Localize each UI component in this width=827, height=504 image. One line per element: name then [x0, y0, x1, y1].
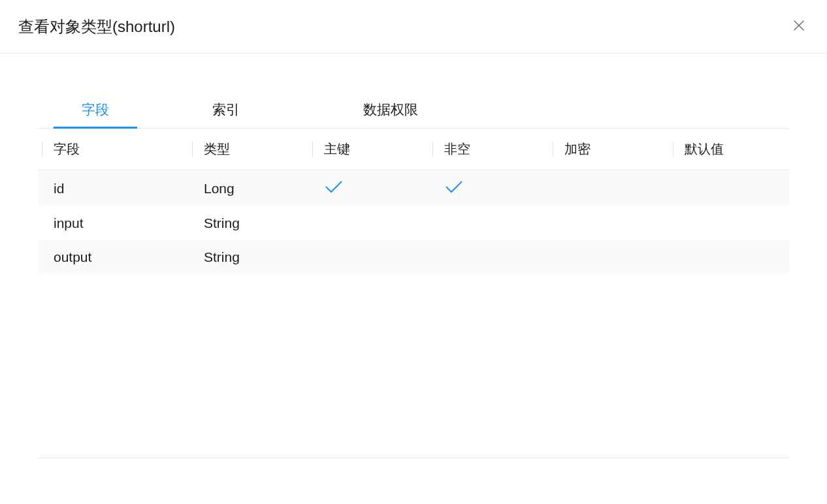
- cell-encrypt: [549, 240, 669, 274]
- close-button[interactable]: [789, 16, 809, 37]
- cell-field: input: [38, 206, 188, 240]
- cell-not-null: [429, 170, 549, 207]
- cell-primary-key: [308, 240, 429, 274]
- table-row: idLong: [38, 170, 789, 207]
- check-icon: [444, 180, 464, 194]
- tab-permission[interactable]: 数据权限: [299, 93, 482, 128]
- cell-primary-key: [308, 206, 429, 240]
- column-header-type: 类型: [188, 129, 308, 170]
- cell-primary-key: [308, 170, 429, 207]
- dialog-body: 字段 索引 数据权限 字段 类型 主键 非空 加密 默认值: [0, 54, 827, 504]
- table-header-row: 字段 类型 主键 非空 加密 默认值: [38, 129, 789, 170]
- dialog: 查看对象类型(shorturl) 字段 索引 数据权限: [0, 0, 827, 504]
- cell-not-null: [429, 240, 549, 274]
- cell-not-null: [429, 206, 549, 240]
- cell-field: output: [38, 240, 188, 274]
- tab-fields[interactable]: 字段: [38, 93, 152, 128]
- table-row: outputString: [38, 240, 789, 274]
- close-icon: [792, 18, 806, 35]
- column-header-primary-key: 主键: [308, 129, 429, 170]
- tab-index[interactable]: 索引: [152, 93, 299, 128]
- cell-default-value: [669, 170, 789, 207]
- tabs: 字段 索引 数据权限: [38, 93, 789, 129]
- dialog-title: 查看对象类型(shorturl): [18, 16, 175, 37]
- check-icon: [324, 180, 344, 194]
- table-row: inputString: [38, 206, 789, 240]
- cell-field: id: [38, 170, 188, 207]
- fields-table: 字段 类型 主键 非空 加密 默认值 idLonginputStringoutp…: [38, 129, 789, 274]
- cell-encrypt: [549, 206, 669, 240]
- column-header-not-null: 非空: [429, 129, 549, 170]
- cell-type: Long: [188, 170, 308, 207]
- cell-default-value: [669, 240, 789, 274]
- footer-divider: [38, 458, 789, 458]
- column-header-default-value: 默认值: [669, 129, 789, 170]
- column-header-field: 字段: [38, 129, 188, 170]
- cell-type: String: [188, 240, 308, 274]
- column-header-encrypt: 加密: [549, 129, 669, 170]
- cell-encrypt: [549, 170, 669, 207]
- cell-type: String: [188, 206, 308, 240]
- cell-default-value: [669, 206, 789, 240]
- dialog-header: 查看对象类型(shorturl): [0, 0, 827, 54]
